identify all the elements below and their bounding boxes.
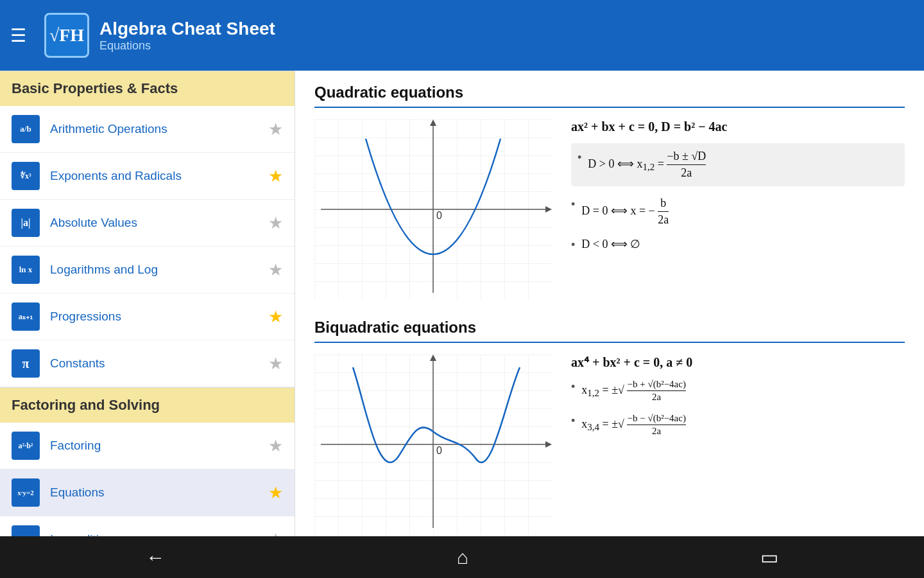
recents-button[interactable]: ▭	[735, 541, 804, 574]
exponents-star[interactable]: ★	[268, 166, 283, 186]
factoring-star[interactable]: ★	[268, 436, 283, 456]
topbar: ☰ √FH Algebra Cheat Sheet Equations	[0, 0, 924, 71]
progressions-label: Progressions	[50, 310, 268, 324]
bullet-2: •	[571, 198, 575, 211]
quadratic-svg: 0	[314, 119, 552, 299]
formula-d-eq-0-text: D = 0 ⟺ x = − b 2a	[581, 197, 669, 227]
biquadratic-svg: 0	[314, 355, 552, 534]
formula-x34-text: x3,4 = ±√ −b − √(b²−4ac) 2a	[581, 413, 686, 437]
sidebar: Basic Properties & Facts a/b Arithmetic …	[0, 71, 295, 536]
equations-label: Equations	[50, 486, 268, 500]
formula-x12: • x1,2 = ±√ −b + √(b²−4ac) 2a	[571, 379, 905, 403]
formula-d-lt-0-text: D < 0 ⟺ ∅	[581, 237, 640, 251]
sidebar-item-equations[interactable]: x·y=2 Equations ★	[0, 469, 295, 516]
sidebar-item-exponents[interactable]: ∜x³ Exponents and Radicals ★	[0, 153, 295, 200]
bullet-3: •	[571, 238, 575, 252]
formula-d-eq-0: • D = 0 ⟺ x = − b 2a	[571, 197, 905, 227]
inequalities-label: Inequalities	[50, 532, 268, 536]
equations-icon: x·y=2	[12, 478, 40, 507]
absolute-star[interactable]: ★	[268, 213, 283, 233]
svg-text:0: 0	[436, 210, 442, 221]
logarithms-icon: ln x	[12, 256, 40, 284]
sidebar-item-constants[interactable]: π Constants ★	[0, 340, 295, 387]
inequalities-icon: a>0	[12, 525, 40, 536]
arithmetic-label: Arithmetic Operations	[50, 122, 268, 136]
exponents-label: Exponents and Radicals	[50, 169, 268, 183]
app-subtitle: Equations	[99, 39, 275, 53]
factoring-label: Factoring	[50, 439, 268, 453]
home-button[interactable]: ⌂	[431, 541, 494, 574]
bullet-1: •	[578, 151, 581, 164]
formula-d-gt-0: • D > 0 ⟺ x1,2 = −b ± √D 2a	[571, 143, 905, 186]
inequalities-star[interactable]: ★	[268, 530, 283, 537]
app-title: Algebra Cheat Sheet	[99, 19, 275, 39]
formula-d-lt-0: • D < 0 ⟺ ∅	[571, 237, 905, 252]
quadratic-section: Quadratic equations	[314, 83, 905, 299]
arithmetic-icon: a/b	[12, 115, 40, 143]
quadratic-title: Quadratic equations	[314, 83, 905, 108]
equations-star[interactable]: ★	[268, 483, 283, 503]
formula-x34: • x3,4 = ±√ −b − √(b²−4ac) 2a	[571, 413, 905, 437]
section-header-basic: Basic Properties & Facts	[0, 71, 295, 106]
logarithms-star[interactable]: ★	[268, 260, 283, 280]
formula-x12-text: x1,2 = ±√ −b + √(b²−4ac) 2a	[581, 379, 686, 403]
app-icon: √FH	[44, 13, 89, 58]
bottom-nav: ← ⌂ ▭	[0, 536, 924, 578]
quadratic-formulas: ax² + bx + c = 0, D = b² − 4ac • D > 0 ⟺…	[571, 119, 905, 262]
section-header-factoring: Factoring and Solving	[0, 387, 295, 423]
biquadratic-graph: 0	[314, 355, 552, 534]
app-title-block: Algebra Cheat Sheet Equations	[99, 19, 275, 53]
biquadratic-title: Biquadratic equations	[314, 319, 905, 343]
main-layout: Basic Properties & Facts a/b Arithmetic …	[0, 71, 924, 536]
logarithms-label: Logarithms and Log	[50, 263, 268, 277]
quadratic-main-formula: ax² + bx + c = 0, D = b² − 4ac	[571, 119, 905, 134]
sidebar-item-progressions[interactable]: aₙ₊₁ Progressions ★	[0, 293, 295, 340]
svg-text:0: 0	[436, 445, 442, 456]
quadratic-graph: 0	[314, 119, 552, 299]
sidebar-item-factoring[interactable]: a²·b² Factoring ★	[0, 423, 295, 469]
absolute-label: Absolute Values	[50, 216, 268, 230]
factoring-icon: a²·b²	[12, 432, 40, 460]
sidebar-item-arithmetic[interactable]: a/b Arithmetic Operations ★	[0, 106, 295, 153]
constants-label: Constants	[50, 356, 268, 371]
bullet-4: •	[571, 380, 575, 394]
content-area: Quadratic equations	[295, 71, 924, 536]
sidebar-item-logarithms[interactable]: ln x Logarithms and Log ★	[0, 247, 295, 293]
progressions-star[interactable]: ★	[268, 307, 283, 327]
biquadratic-body: 0 ax⁴ + bx² + c = 0, a ≠ 0 • x1,2 = ±√	[314, 355, 905, 534]
progressions-icon: aₙ₊₁	[12, 302, 40, 331]
bullet-5: •	[571, 414, 575, 428]
formula-d-gt-0-text: D > 0 ⟺ x1,2 = −b ± √D 2a	[588, 150, 706, 180]
menu-icon[interactable]: ☰	[10, 25, 26, 46]
absolute-icon: |a|	[12, 209, 40, 237]
sidebar-item-inequalities[interactable]: a>0 Inequalities ★	[0, 516, 295, 536]
quadratic-body: 0 ax² + bx + c = 0, D = b² − 4ac • D > 0…	[314, 119, 905, 299]
exponents-icon: ∜x³	[12, 162, 40, 190]
arithmetic-star[interactable]: ★	[268, 119, 283, 139]
biquadratic-main-formula: ax⁴ + bx² + c = 0, a ≠ 0	[571, 355, 905, 370]
constants-icon: π	[12, 349, 40, 378]
biquadratic-section: Biquadratic equations	[314, 319, 905, 534]
biquadratic-formulas: ax⁴ + bx² + c = 0, a ≠ 0 • x1,2 = ±√ −b …	[571, 355, 905, 447]
sidebar-item-absolute[interactable]: |a| Absolute Values ★	[0, 200, 295, 247]
back-button[interactable]: ←	[120, 541, 191, 574]
constants-star[interactable]: ★	[268, 354, 283, 374]
